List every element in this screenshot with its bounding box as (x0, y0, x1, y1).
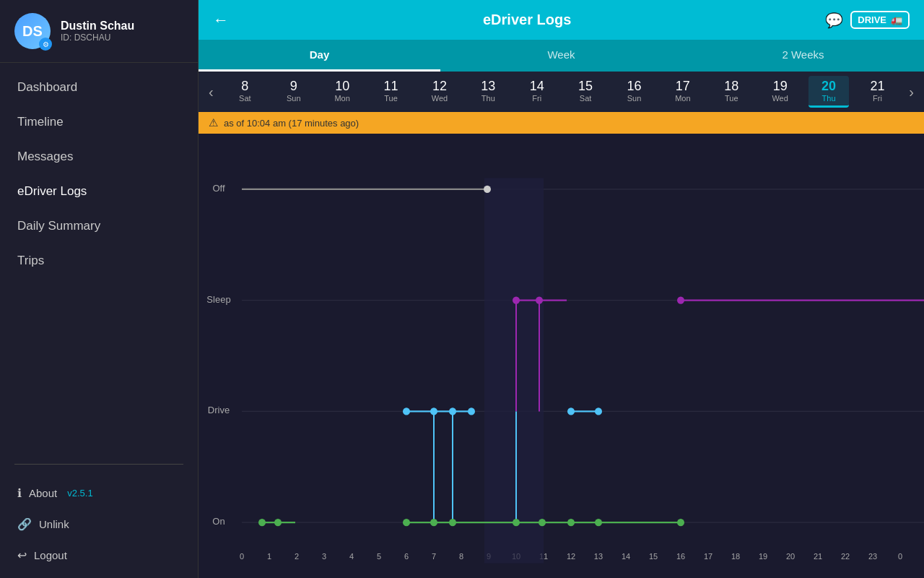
logout-item[interactable]: ↩ Logout (0, 540, 198, 571)
svg-text:8: 8 (459, 552, 463, 561)
date-nav: ‹ 8 Sat 9 Sun 10 Mon 11 Tue 12 Wed 13 Th… (199, 72, 924, 112)
trips-label: Trips (17, 254, 44, 268)
svg-text:0: 0 (898, 552, 902, 561)
sidebar-item-trips[interactable]: Trips (0, 243, 198, 278)
next-date-button[interactable]: › (902, 78, 921, 106)
date-number: 21 (870, 79, 884, 94)
sidebar-item-dashboard[interactable]: Dashboard (0, 70, 198, 105)
svg-text:7: 7 (432, 552, 436, 561)
sidebar-nav: Dashboard Timeline Messages eDriver Logs… (0, 63, 198, 458)
date-day-name: Wed (772, 94, 788, 103)
warning-text: as of 10:04 am (17 minutes ago) (224, 118, 359, 129)
date-number: 8 (241, 79, 248, 94)
svg-text:13: 13 (594, 552, 603, 561)
unlink-item[interactable]: 🔗 Unlink (0, 509, 198, 540)
date-item-13[interactable]: 13 Thu (468, 76, 508, 108)
drive-point-1 (403, 407, 410, 415)
dates-container: 8 Sat 9 Sun 10 Mon 11 Tue 12 Wed 13 Thu … (221, 76, 902, 108)
svg-text:0: 0 (240, 552, 244, 561)
daily-summary-label: Daily Summary (17, 219, 100, 233)
date-number: 18 (724, 79, 738, 94)
date-day-name: Sat (580, 94, 592, 103)
logout-icon: ↩ (17, 548, 27, 562)
page-title: eDriver Logs (229, 12, 825, 28)
date-item-10[interactable]: 10 Mon (322, 76, 362, 108)
chart-area: Off Sleep Drive On 0 1 2 3 4 5 6 7 8 9 1… (199, 134, 924, 578)
date-number: 19 (773, 79, 788, 94)
date-day-name: Mon (334, 94, 349, 103)
date-number: 11 (384, 79, 398, 94)
sidebar-item-daily-summary[interactable]: Daily Summary (0, 209, 198, 243)
messages-label: Messages (17, 150, 73, 164)
svg-text:2: 2 (295, 552, 299, 561)
driver-log-chart: Off Sleep Drive On 0 1 2 3 4 5 6 7 8 9 1… (199, 134, 924, 578)
on-point-7 (539, 519, 546, 526)
tab-day-label: Day (310, 48, 330, 61)
svg-text:12: 12 (567, 552, 575, 561)
tab-day[interactable]: Day (199, 40, 440, 72)
prev-date-button[interactable]: ‹ (201, 78, 221, 106)
unlink-label: Unlink (39, 518, 69, 530)
date-item-21[interactable]: 21 Fri (857, 76, 897, 108)
drive-point-5 (567, 407, 575, 415)
date-number: 9 (290, 79, 297, 94)
on-point-5 (403, 519, 410, 526)
on-point-2 (274, 519, 282, 526)
date-day-name: Thu (822, 94, 836, 103)
on-point-8 (567, 519, 575, 526)
off-point-1 (484, 186, 491, 193)
date-number: 12 (432, 79, 447, 94)
date-item-20[interactable]: 20 Thu (808, 76, 849, 108)
svg-text:20: 20 (786, 552, 795, 561)
date-item-15[interactable]: 15 Sat (565, 76, 606, 108)
drive-badge[interactable]: DRIVE 🚛 (850, 11, 910, 29)
tab-2weeks[interactable]: 2 Weeks (682, 40, 924, 72)
date-number: 17 (676, 79, 690, 94)
date-day-name: Thu (481, 94, 495, 103)
drive-point-4 (468, 407, 475, 415)
svg-text:17: 17 (704, 552, 712, 561)
date-day-name: Sun (287, 94, 301, 103)
avatar-gear-icon[interactable]: ⚙ (39, 38, 52, 51)
tab-week-label: Week (547, 48, 575, 61)
date-number: 16 (627, 79, 641, 94)
svg-text:22: 22 (841, 552, 850, 561)
date-number: 15 (578, 79, 593, 94)
date-item-12[interactable]: 12 Wed (419, 76, 460, 108)
sidebar-divider (14, 464, 183, 465)
sidebar-item-messages[interactable]: Messages (0, 139, 198, 174)
date-day-name: Sat (239, 94, 251, 103)
y-label-on: On (212, 516, 225, 527)
main-content: ← eDriver Logs 💬 DRIVE 🚛 Day Week 2 Week… (199, 0, 924, 578)
date-day-name: Sun (627, 94, 642, 103)
about-item[interactable]: ℹ About v2.5.1 (0, 478, 198, 509)
info-icon: ℹ (17, 486, 22, 500)
about-label: About (29, 487, 57, 499)
sidebar-item-edriver-logs[interactable]: eDriver Logs (0, 174, 198, 209)
sidebar-item-timeline[interactable]: Timeline (0, 105, 198, 139)
svg-text:23: 23 (868, 552, 877, 561)
edriver-logs-label: eDriver Logs (17, 184, 87, 199)
date-item-17[interactable]: 17 Mon (663, 76, 703, 108)
header-left: ← (213, 11, 229, 30)
date-item-18[interactable]: 18 Tue (711, 76, 751, 108)
messages-icon[interactable]: 💬 (825, 12, 843, 29)
main-header: ← eDriver Logs 💬 DRIVE 🚛 (199, 0, 924, 40)
date-item-11[interactable]: 11 Tue (371, 76, 411, 108)
header-right: 💬 DRIVE 🚛 (825, 11, 910, 29)
user-name: Dustin Schau (61, 20, 134, 33)
date-day-name: Fri (532, 94, 541, 103)
date-item-9[interactable]: 9 Sun (274, 76, 314, 108)
back-button[interactable]: ← (213, 11, 229, 30)
user-info: Dustin Schau ID: DSCHAU (61, 20, 134, 43)
date-item-16[interactable]: 16 Sun (614, 76, 654, 108)
tab-bar: Day Week 2 Weeks (199, 40, 924, 72)
tab-week[interactable]: Week (440, 40, 682, 72)
drive-point-6 (595, 407, 602, 415)
date-item-19[interactable]: 19 Wed (760, 76, 801, 108)
sleep-point-3 (677, 297, 684, 304)
date-item-8[interactable]: 8 Sat (225, 76, 265, 108)
date-item-14[interactable]: 14 Fri (517, 76, 557, 108)
date-number: 20 (821, 79, 836, 94)
on-point-1 (258, 519, 266, 526)
